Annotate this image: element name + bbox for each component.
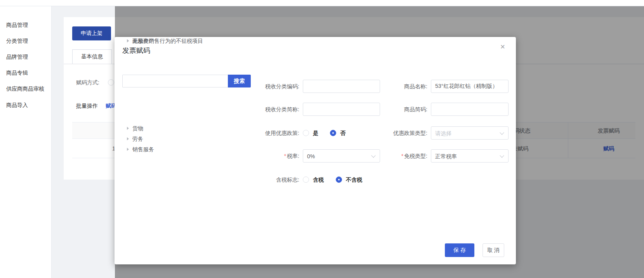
save-button[interactable]: 保存 xyxy=(445,243,474,257)
tax-code-label: 税收分类编码: xyxy=(250,83,299,89)
batch-operation-label: 批量操作 xyxy=(76,103,98,109)
chevron-down-icon xyxy=(500,153,504,157)
tree-item-non-taxable[interactable]: 未发生销售行为的不征税项目 xyxy=(127,37,203,45)
policy-type-label: 优惠政策类型: xyxy=(378,130,427,136)
policy-no-radio[interactable] xyxy=(330,130,336,136)
tax-included-label[interactable]: 含税 xyxy=(313,177,324,183)
top-bar xyxy=(0,0,644,6)
tax-excluded-label[interactable]: 不含税 xyxy=(346,177,362,183)
tax-excluded-radio[interactable] xyxy=(336,177,342,183)
tax-rate-select[interactable]: 0% xyxy=(303,149,380,163)
tax-rate-value: 0% xyxy=(307,153,315,160)
tax-flag-label: 含税标志: xyxy=(250,177,299,183)
sidebar-item-supplier-product-review[interactable]: 供应商商品审核 xyxy=(6,85,44,93)
chevron-down-icon xyxy=(371,153,375,157)
free-tax-type-label: *免税类型: xyxy=(378,153,427,159)
search-button[interactable]: 搜索 xyxy=(228,75,251,87)
modal-title: 发票赋码 xyxy=(122,46,150,55)
sidebar-item-product-album[interactable]: 商品专辑 xyxy=(6,69,28,77)
tree-item-labor[interactable]: 劳务 xyxy=(127,135,143,143)
free-tax-type-select[interactable]: 正常税率 xyxy=(431,149,509,163)
tree-item-label: 未发生销售行为的不征税项目 xyxy=(132,37,203,45)
policy-no-label[interactable]: 否 xyxy=(340,130,345,136)
policy-yes-label[interactable]: 是 xyxy=(313,130,318,136)
coding-method-label: 赋码方式: xyxy=(76,79,99,86)
sidebar: 商品管理 分类管理 品牌管理 商品专辑 供应商商品审核 商品导入 xyxy=(0,6,52,278)
chevron-down-icon xyxy=(500,130,504,135)
free-tax-type-value: 正常税率 xyxy=(435,153,457,160)
tree-item-label: 销售服务 xyxy=(132,145,154,153)
sidebar-item-category-management[interactable]: 分类管理 xyxy=(6,37,28,45)
tree-item-goods[interactable]: 货物 xyxy=(127,124,143,132)
tax-rate-label: *税率: xyxy=(250,153,299,159)
tab-basic-info[interactable]: 基本信息 xyxy=(72,49,112,64)
cancel-button[interactable]: 取消 xyxy=(483,243,504,257)
policy-type-select[interactable]: 请选择 xyxy=(431,126,509,140)
caret-right-icon xyxy=(127,39,129,42)
product-name-label: 商品名称: xyxy=(378,83,427,89)
product-code-label: 商品简码: xyxy=(378,106,427,112)
sidebar-item-product-management[interactable]: 商品管理 xyxy=(6,21,28,29)
close-icon[interactable]: ✕ xyxy=(499,43,507,51)
policy-yes-radio[interactable] xyxy=(303,130,309,136)
required-asterisk: * xyxy=(284,153,286,159)
search-input[interactable] xyxy=(122,75,228,87)
apply-listing-button[interactable]: 申请上架 xyxy=(72,26,111,40)
tree-item-label: 货物 xyxy=(132,124,143,132)
invoice-coding-modal: 发票赋码 ✕ 搜索 货物 劳务 销售服务 无形资产 不动产 未发生销售行为的不征… xyxy=(115,37,516,264)
use-policy-label: 使用优惠政策: xyxy=(250,130,299,136)
free-tax-type-label-text: 免税类型: xyxy=(404,153,427,159)
product-code-input[interactable] xyxy=(431,103,509,116)
tax-short-name-label: 税收分类简称: xyxy=(250,106,299,112)
caret-right-icon xyxy=(127,137,129,140)
tree-item-label: 劳务 xyxy=(132,135,143,143)
policy-type-placeholder: 请选择 xyxy=(435,130,451,137)
product-name-input[interactable] xyxy=(431,80,509,93)
caret-right-icon xyxy=(127,148,129,151)
tax-included-radio[interactable] xyxy=(303,177,309,183)
tax-code-input[interactable] xyxy=(303,80,380,93)
tax-short-name-input[interactable] xyxy=(303,103,380,116)
sidebar-item-brand-management[interactable]: 品牌管理 xyxy=(6,53,28,61)
tax-rate-label-text: 税率: xyxy=(287,153,299,159)
coding-method-radio[interactable] xyxy=(108,79,114,86)
caret-right-icon xyxy=(127,127,129,130)
sidebar-item-product-import[interactable]: 商品导入 xyxy=(6,101,28,109)
tree-item-sales-service[interactable]: 销售服务 xyxy=(127,145,154,153)
required-asterisk: * xyxy=(401,153,403,159)
